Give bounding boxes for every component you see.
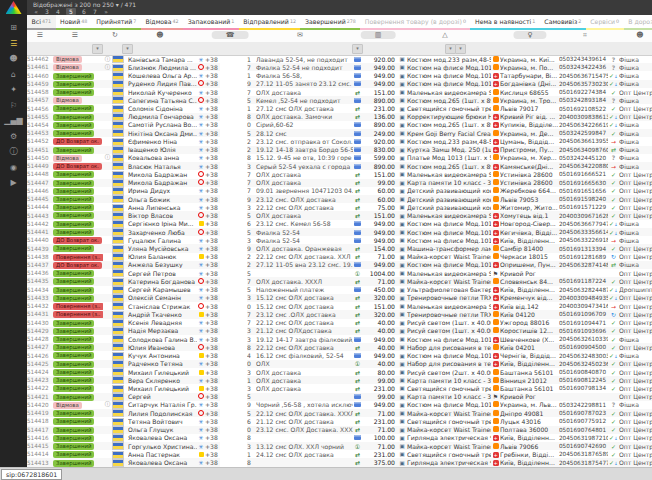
col-delivery-header[interactable]: ♀ — [513, 31, 546, 39]
column-filter-dropdown[interactable]: ▾ — [122, 44, 133, 54]
table-row[interactable]: 514428ЗавершенийСолодкова Галина В...✳+3… — [27, 335, 652, 343]
contacts-icon[interactable]: ☻ — [0, 51, 27, 67]
status-tab[interactable]: Завершений278 — [300, 15, 360, 30]
col-order-id-header[interactable]: ☰ — [37, 31, 43, 39]
table-row[interactable]: 514457ВідмоваСапегина Татьяна С...+385Ке… — [27, 96, 652, 104]
status-tab[interactable]: Запакований1 — [183, 15, 239, 30]
col-status-header[interactable]: ☰ — [72, 31, 78, 39]
col-manager-header[interactable]: ☻ — [636, 31, 643, 39]
table-row[interactable]: 514423ЗавершенийВера Скляренко✳+381ОЛХ д… — [27, 376, 652, 384]
settings-icon[interactable]: ⚙ — [0, 129, 27, 145]
table-row[interactable]: 514429ЗавершенийНадія Мерзаєва✳+38321.12… — [27, 327, 652, 335]
status-tab[interactable]: Нема в наявності1 — [470, 15, 539, 30]
table-row[interactable]: 514446ЗавершенийИрина Дидух✳+38709.01 зв… — [27, 187, 652, 195]
column-filter-dropdown[interactable]: ▾ — [352, 44, 363, 54]
table-row[interactable]: 514460ЗавершенийКошелева Ольга Ар...✳+38… — [27, 71, 652, 79]
table-row[interactable]: 514440ДО Возврат ок.Гуцалюк Галина✳+383Ф… — [27, 236, 652, 244]
pager-page-button[interactable]: 3 — [44, 8, 50, 15]
pager-last-button[interactable]: » — [103, 8, 109, 15]
table-row[interactable]: 514433ЗавершенийОлексій Семанін✳+38315.1… — [27, 294, 652, 302]
status-tab[interactable]: Повернення товару (в дорозі)0 — [360, 15, 470, 30]
table-row[interactable]: 514449ДО Возврат ок.Власюк Наталья✳+383С… — [27, 162, 652, 170]
status-tab[interactable]: Відмова42 — [141, 15, 183, 30]
table-row[interactable]: 514453ЗавершенийНікітіна Оксана Дми...✳+… — [27, 129, 652, 137]
table-row[interactable]: 514448ЗавершенийМикола Бадражан+387ОЛХ д… — [27, 170, 652, 178]
table-row[interactable]: 514436ЗавершенийСергей Петров✳+385①1004.… — [27, 269, 652, 277]
status-tab[interactable]: Самовивіз2 — [540, 15, 586, 30]
pagination-range-label[interactable]: Відображені з 200 по 250 ▾ / 471 — [33, 1, 136, 8]
col-payment-header[interactable]: ▥ — [361, 31, 396, 39]
orders-icon[interactable]: ☰ — [0, 36, 27, 52]
table-row[interactable]: 514426ЗавершенийКучук Антонина+38416.12 … — [27, 351, 652, 359]
video-icon[interactable]: ▶ — [0, 175, 27, 191]
pager-page-button[interactable]: 6 — [81, 8, 87, 15]
table-row[interactable]: 514435ЗавершенийКатерина Богданова+387ОЛ… — [27, 277, 652, 285]
table-row[interactable]: 514432Повернення (з..Станіслав Стрижак+3… — [27, 302, 652, 310]
browser-icon[interactable]: ◉ — [0, 160, 27, 176]
table-row[interactable]: 514430ЗавершенийКсенія Левадняя✳+38722.1… — [27, 319, 652, 327]
pager-page-button[interactable]: 5 — [66, 8, 76, 15]
table-row[interactable]: 514434ЗавершенийСергей Карамышев✳+385Нал… — [27, 286, 652, 294]
table-row[interactable]: 514437ДО Возврат ок.Анжела Безушку✳+3822… — [27, 261, 652, 269]
status-tab[interactable]: Прийнятий7 — [92, 15, 141, 30]
table-row[interactable]: 514413ЗавершенийЯковалева Оксана✳+388⇄37… — [27, 458, 652, 466]
status-tab[interactable]: Відправлений12 — [239, 15, 301, 30]
table-row[interactable]: 514441ЗавершенийЗахарченко Люба+385Фиалк… — [27, 228, 652, 236]
table-row[interactable]: 514456ЗавершенийСоломія Сідоніна✳+38127.… — [27, 104, 652, 112]
col-comment-header[interactable]: ✉ — [297, 31, 303, 39]
col-client-header[interactable]: ☻ — [156, 31, 163, 39]
table-row[interactable]: 514450ВідмоваⓘКовальова анна✳+38815.12. … — [27, 154, 652, 162]
table-row[interactable]: 514421ЗавершенийСергей+38599.00▣Карта па… — [27, 393, 652, 401]
table-row[interactable]: 514438Повернення (з..Юлия Баланюк+38222.… — [27, 253, 652, 261]
info-icon[interactable]: ⓘ — [0, 144, 27, 160]
col-status-change-header[interactable]: ↻ — [112, 31, 118, 39]
table-row[interactable]: 514420ВідмоваⓘСитарчук Наталія Гр...✳+38… — [27, 401, 652, 409]
col-products-header[interactable]: △ — [442, 31, 447, 39]
table-row[interactable]: 514459ЗавершенийРуденко Лидия Пав...+389… — [27, 80, 652, 88]
pager-first-button[interactable]: « — [33, 8, 39, 15]
table-row[interactable]: 514427ЗавершенийЮлия Иванова+38822.12 см… — [27, 343, 652, 351]
pager-page-button[interactable]: 7 — [92, 8, 98, 15]
table-row[interactable]: 514422ЗавершенийМихаил Гилецький+383ОЛХ … — [27, 384, 652, 392]
ukraine-flag-icon — [112, 459, 124, 467]
table-row[interactable]: 514414ЗавершенийАнна Пастернак+38124.12 … — [27, 450, 652, 458]
table-row[interactable]: 514425ЗавершенийРадченко Тетяна✳+380ОЛХ①… — [27, 360, 652, 368]
table-row[interactable]: 514419ЗавершенийЛилия Подолинская+38522.… — [27, 409, 652, 417]
table-row[interactable]: 514452ДО Возврат ок.Єфименко Ніна✳+38223… — [27, 137, 652, 145]
store-icon[interactable]: ⌂ — [0, 67, 27, 83]
table-row[interactable]: 514424ЗавершенийМихаил Гилецький+383ОЛХ … — [27, 368, 652, 376]
sip-call-link[interactable]: sip:0672818601 — [1, 469, 62, 480]
column-filter-dropdown[interactable]: ▾ — [455, 44, 466, 54]
table-row[interactable]: 514416ЗавершенийЯковалева Оксана✳+388100… — [27, 434, 652, 442]
table-row[interactable]: 514461ВідмоваⓘБлизнюк Людмила ...+387Фиа… — [27, 63, 652, 71]
table-row[interactable]: 514417ЗавершенийОльга Глущук✳+38023.12 с… — [27, 426, 652, 434]
table-row[interactable]: 514439ЗавершенийУляна Мусійовська✳+389ОЛ… — [27, 244, 652, 252]
table-row[interactable]: 514431Повернення (з..Андрій Ткаченко+387… — [27, 310, 652, 318]
table-row[interactable]: 514444ЗавершенийАнна Липенська✳+38322.12… — [27, 203, 652, 211]
table-row[interactable]: 514455ЗавершенийЛюдмила Гончарова✳+388ОЛ… — [27, 113, 652, 121]
dashboard-icon[interactable]: ⊞ — [0, 20, 27, 36]
table-row[interactable]: 514462ВідмоваⓘКанівська Тамара ...✳+381Л… — [27, 55, 652, 63]
status-badge: Завершений — [53, 328, 94, 335]
stats-icon[interactable]: ▁▄▆ — [0, 113, 27, 129]
table-row[interactable]: 514451ЗавершенийІващенко Юлія✳+38219.12 … — [27, 146, 652, 154]
table-row[interactable]: 514415ЗавершенийГоргулько Христина...✳+3… — [27, 442, 652, 450]
cart-icon[interactable]: ✦ — [0, 82, 27, 98]
col-phone-header[interactable]: ☎ — [212, 31, 249, 39]
table-row[interactable]: 514442ЗавершенийСергієнко Іріна Ми...+38… — [27, 220, 652, 228]
col-ttn-header[interactable]: ⌗ — [583, 31, 587, 39]
column-filter-dropdown[interactable]: ▾ — [92, 44, 103, 54]
table-row[interactable]: 514443ЗавершенийВіктор Власов+385ОЛХ дос… — [27, 211, 652, 219]
table-row[interactable]: 514447ЗавершенийМикола Бадражан+387ОЛХ д… — [27, 179, 652, 187]
table-row[interactable]: 514445ЗавершенийОльга Божик✳+38923.12 см… — [27, 195, 652, 203]
status-tab[interactable]: В дорозі додому0 — [624, 15, 652, 30]
status-tab[interactable]: Сервіси0 — [586, 15, 624, 30]
pager-page-button[interactable]: 4 — [55, 8, 61, 15]
table-row[interactable]: 514454ЗавершенийСамотій Руслана Во...✳+3… — [27, 121, 652, 129]
table-row[interactable]: 514458ЗавершенийНиколай Кучеренко✳+387ОЛ… — [27, 88, 652, 96]
marketing-icon[interactable]: ⚐ — [0, 98, 27, 114]
table-row[interactable]: 514418ЗавершенийТетяна Войтович✳+38621.1… — [27, 417, 652, 425]
status-tab[interactable]: Новий48 — [56, 15, 92, 30]
app-logo-icon[interactable] — [6, 1, 22, 14]
status-tab[interactable]: Всі471 — [27, 15, 56, 30]
